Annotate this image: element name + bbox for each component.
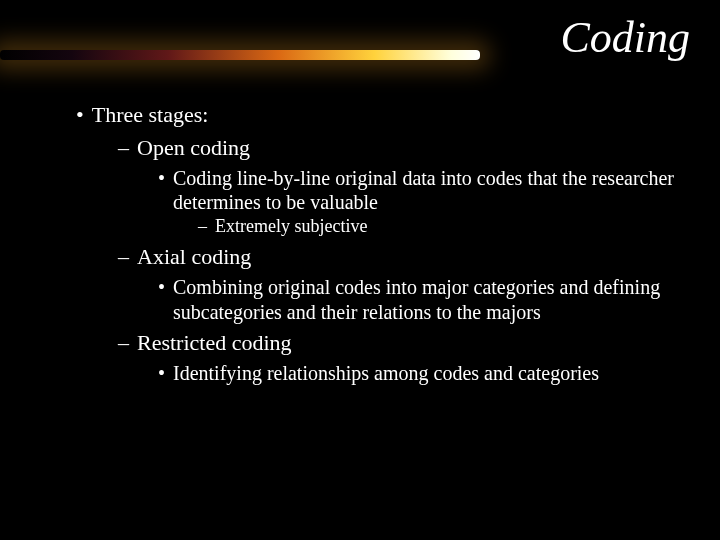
- stage-name: Restricted coding: [137, 330, 690, 357]
- stage-name: Open coding: [137, 135, 690, 162]
- level2-item: – Open coding: [30, 135, 690, 162]
- stage-detail: Combining original codes into major cate…: [173, 275, 690, 324]
- level3-item: • Combining original codes into major ca…: [30, 275, 690, 324]
- stage-name: Axial coding: [137, 244, 690, 271]
- level2-item: – Restricted coding: [30, 330, 690, 357]
- bullet-icon: •: [158, 361, 173, 385]
- dash-icon: –: [118, 330, 137, 357]
- stage-detail: Identifying relationships among codes an…: [173, 361, 690, 385]
- dash-icon: –: [118, 135, 137, 162]
- bullet-icon: •: [158, 275, 173, 324]
- slide-title: Coding: [560, 12, 690, 63]
- level4-item: – Extremely subjective: [30, 216, 690, 238]
- bullet-icon: •: [158, 166, 173, 215]
- level3-item: • Coding line-by-line original data into…: [30, 166, 690, 215]
- stage-sub: Extremely subjective: [215, 216, 690, 238]
- bullet-icon: •: [76, 102, 92, 129]
- level1-text: Three stages:: [92, 102, 690, 129]
- title-bar: Coding: [0, 0, 720, 90]
- level2-item: – Axial coding: [30, 244, 690, 271]
- dash-icon: –: [198, 216, 215, 238]
- stage-detail: Coding line-by-line original data into c…: [173, 166, 690, 215]
- accent-gradient: [0, 50, 480, 60]
- dash-icon: –: [118, 244, 137, 271]
- level1-item: • Three stages:: [30, 102, 690, 129]
- level3-item: • Identifying relationships among codes …: [30, 361, 690, 385]
- slide-content: • Three stages: – Open coding • Coding l…: [0, 90, 720, 385]
